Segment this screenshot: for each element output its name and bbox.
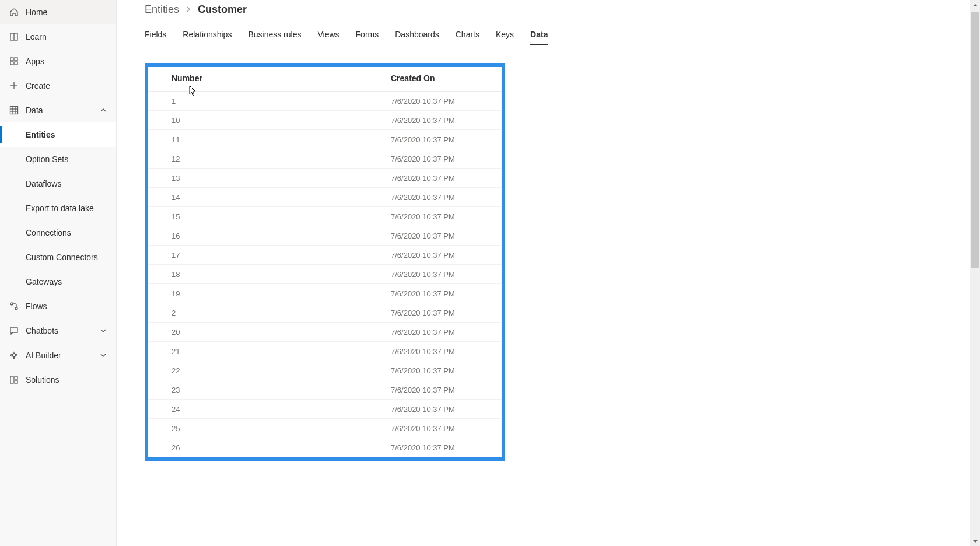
table-row[interactable]: 27/6/2020 10:37 PM <box>148 303 502 323</box>
sidebar-item-home[interactable]: Home <box>0 0 116 24</box>
tab-label: Forms <box>356 30 379 39</box>
breadcrumb-entities[interactable]: Entities <box>145 4 179 16</box>
plus-icon <box>9 81 19 90</box>
scroll-down-icon[interactable] <box>970 536 980 546</box>
chevron-down-icon <box>100 352 107 359</box>
sidebar-item-label: AI Builder <box>26 351 61 360</box>
cell-number: 17 <box>148 251 391 260</box>
table-row[interactable]: 217/6/2020 10:37 PM <box>148 342 502 361</box>
tab-relationships[interactable]: Relationships <box>183 26 232 45</box>
cell-number: 22 <box>148 366 391 375</box>
cell-number: 10 <box>148 116 391 125</box>
tab-charts[interactable]: Charts <box>456 26 480 45</box>
sidebar-item-label: Connections <box>26 228 71 237</box>
sidebar-item-label: Apps <box>26 57 44 66</box>
tab-views[interactable]: Views <box>317 26 339 45</box>
table-row[interactable]: 187/6/2020 10:37 PM <box>148 265 502 284</box>
cell-created: 7/6/2020 10:37 PM <box>391 270 502 279</box>
sidebar-item-entities[interactable]: Entities <box>0 123 116 147</box>
sidebar-item-aibuilder[interactable]: AI Builder <box>0 343 116 368</box>
table-row[interactable]: 247/6/2020 10:37 PM <box>148 400 502 419</box>
scrollbar-thumb[interactable] <box>971 12 979 268</box>
table-row[interactable]: 207/6/2020 10:37 PM <box>148 323 502 342</box>
tab-label: Data <box>530 30 548 39</box>
cell-created: 7/6/2020 10:37 PM <box>391 405 502 414</box>
cell-created: 7/6/2020 10:37 PM <box>391 116 502 125</box>
data-table: Number Created On 17/6/2020 10:37 PM107/… <box>148 66 502 457</box>
table-row[interactable]: 17/6/2020 10:37 PM <box>148 92 502 111</box>
tab-businessrules[interactable]: Business rules <box>248 26 301 45</box>
sidebar-item-export[interactable]: Export to data lake <box>0 196 116 220</box>
sidebar-item-create[interactable]: Create <box>0 74 116 98</box>
scroll-up-icon[interactable] <box>970 0 980 10</box>
cell-number: 21 <box>148 347 391 356</box>
cell-created: 7/6/2020 10:37 PM <box>391 174 502 183</box>
tab-label: Dashboards <box>395 30 439 39</box>
table-row[interactable]: 117/6/2020 10:37 PM <box>148 130 502 149</box>
main-content: Entities Customer FieldsRelationshipsBus… <box>117 0 980 546</box>
table-row[interactable]: 157/6/2020 10:37 PM <box>148 207 502 226</box>
cell-created: 7/6/2020 10:37 PM <box>391 135 502 144</box>
sidebar-item-label: Data <box>26 106 43 115</box>
cell-created: 7/6/2020 10:37 PM <box>391 232 502 240</box>
sidebar-item-chatbots[interactable]: Chatbots <box>0 318 116 343</box>
table-row[interactable]: 137/6/2020 10:37 PM <box>148 169 502 188</box>
table-row[interactable]: 107/6/2020 10:37 PM <box>148 111 502 130</box>
cell-number: 2 <box>148 309 391 317</box>
cell-created: 7/6/2020 10:37 PM <box>391 193 502 202</box>
svg-rect-24 <box>15 376 18 379</box>
sidebar-item-label: Learn <box>26 32 47 41</box>
cell-created: 7/6/2020 10:37 PM <box>391 347 502 356</box>
cell-number: 16 <box>148 232 391 240</box>
sidebar-item-optionsets[interactable]: Option Sets <box>0 147 116 172</box>
table-row[interactable]: 167/6/2020 10:37 PM <box>148 226 502 246</box>
cell-created: 7/6/2020 10:37 PM <box>391 366 502 375</box>
sidebar-item-dataflows[interactable]: Dataflows <box>0 172 116 196</box>
table-row[interactable]: 197/6/2020 10:37 PM <box>148 284 502 303</box>
tab-data[interactable]: Data <box>530 26 548 45</box>
svg-rect-5 <box>15 62 18 65</box>
cell-number: 20 <box>148 328 391 337</box>
column-header-created[interactable]: Created On <box>391 74 502 83</box>
sidebar-item-solutions[interactable]: Solutions <box>0 368 116 392</box>
sidebar-item-label: Home <box>26 8 47 17</box>
cell-created: 7/6/2020 10:37 PM <box>391 97 502 106</box>
data-icon <box>9 106 19 115</box>
cell-created: 7/6/2020 10:37 PM <box>391 309 502 317</box>
tab-forms[interactable]: Forms <box>356 26 379 45</box>
sidebar-item-label: Create <box>26 81 50 90</box>
table-row[interactable]: 267/6/2020 10:37 PM <box>148 438 502 457</box>
cell-number: 15 <box>148 212 391 221</box>
table-row[interactable]: 257/6/2020 10:37 PM <box>148 419 502 438</box>
book-icon <box>9 32 19 41</box>
table-row[interactable]: 237/6/2020 10:37 PM <box>148 380 502 400</box>
sidebar-item-data[interactable]: Data <box>0 98 116 123</box>
sidebar-item-learn[interactable]: Learn <box>0 24 116 49</box>
tab-dashboards[interactable]: Dashboards <box>395 26 439 45</box>
sidebar-item-connections[interactable]: Connections <box>0 220 116 245</box>
sidebar-item-apps[interactable]: Apps <box>0 49 116 74</box>
sidebar-item-gateways[interactable]: Gateways <box>0 270 116 294</box>
sidebar-item-label: Flows <box>26 302 47 311</box>
cell-number: 12 <box>148 155 391 163</box>
column-header-number[interactable]: Number <box>148 74 391 83</box>
cell-number: 25 <box>148 424 391 433</box>
entity-tabs: FieldsRelationshipsBusiness rulesViewsFo… <box>145 26 980 46</box>
cell-created: 7/6/2020 10:37 PM <box>391 424 502 433</box>
vertical-scrollbar[interactable] <box>970 0 980 546</box>
tab-keys[interactable]: Keys <box>496 26 514 45</box>
table-row[interactable]: 227/6/2020 10:37 PM <box>148 361 502 380</box>
svg-rect-23 <box>10 376 13 383</box>
ai-icon <box>9 351 19 360</box>
table-row[interactable]: 127/6/2020 10:37 PM <box>148 149 502 169</box>
cell-number: 1 <box>148 97 391 106</box>
sidebar-item-flows[interactable]: Flows <box>0 294 116 318</box>
table-row[interactable]: 147/6/2020 10:37 PM <box>148 188 502 207</box>
tab-fields[interactable]: Fields <box>145 26 166 45</box>
table-row[interactable]: 177/6/2020 10:37 PM <box>148 246 502 265</box>
chevron-right-icon <box>185 4 192 16</box>
cell-created: 7/6/2020 10:37 PM <box>391 443 502 452</box>
cell-created: 7/6/2020 10:37 PM <box>391 386 502 394</box>
cell-number: 23 <box>148 386 391 394</box>
sidebar-item-customconnectors[interactable]: Custom Connectors <box>0 245 116 270</box>
